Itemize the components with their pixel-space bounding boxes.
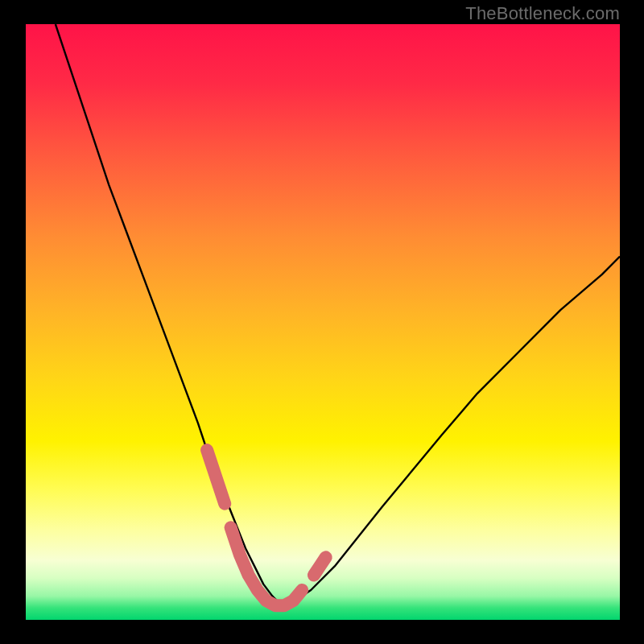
highlight-segment-0 xyxy=(207,450,225,504)
attribution-watermark: TheBottleneck.com xyxy=(465,3,620,24)
highlight-segment-2 xyxy=(314,557,326,575)
bottleneck-curve xyxy=(56,24,620,605)
chart-frame: TheBottleneck.com xyxy=(0,0,644,644)
plot-area xyxy=(26,24,620,620)
curve-layer xyxy=(26,24,620,620)
